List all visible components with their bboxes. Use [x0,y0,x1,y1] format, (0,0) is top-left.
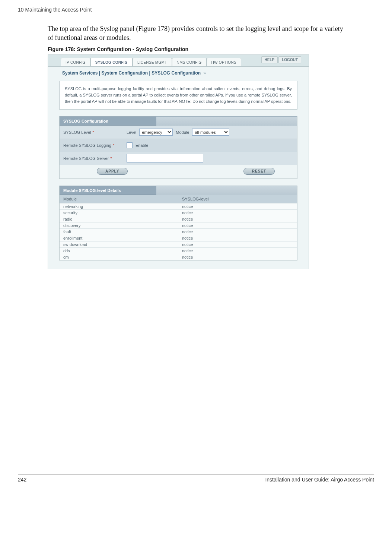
required-asterisk-icon: * [113,143,114,148]
tab-bar: IP CONFIG SYSLOG CONFIG LICENSE MGMT NMS… [48,55,309,67]
table-row: security notice [60,209,297,216]
select-level[interactable]: emergency [139,129,173,136]
td-level: notice [178,222,297,228]
td-level: notice [178,210,297,216]
td-module: security [60,210,178,216]
label-enable: Enable [136,143,148,148]
label-remote-server: Remote SYSLOG Server [63,156,109,161]
page-header: 10 Maintaining the Access Point [18,7,374,15]
module-table-title: Module SYSLOG-level Details [60,186,156,195]
input-remote-server[interactable] [127,154,203,162]
row-remote-logging: Remote SYSLOG Logging* Enable [60,139,297,152]
th-level: SYSLOG-level [178,195,297,203]
td-level: notice [178,203,297,209]
table-row: networking notice [60,203,297,209]
footer-title: Installation and User Guide: Airgo Acces… [265,477,374,483]
select-module[interactable]: all-modules [192,129,229,136]
td-level: notice [178,248,297,254]
apply-button[interactable]: APPLY [97,168,128,175]
td-level: notice [178,229,297,235]
label-syslog-level: SYSLOG Level [63,130,91,135]
breadcrumb-text: System Services | System Configuration |… [62,70,201,76]
tab-license-mgmt[interactable]: LICENSE MGMT [133,58,172,66]
page-footer: 242 Installation and User Guide: Airgo A… [18,474,374,483]
table-row: discovery notice [60,222,297,228]
logout-button[interactable]: LOGOUT [278,56,301,63]
syslog-config-title: SYSLOG Configuration [60,117,156,126]
required-asterisk-icon: * [110,156,112,161]
tab-hw-options[interactable]: HW OPTIONS [207,58,241,66]
info-box: SYSLOG is a multi-purpose logging facili… [59,81,297,110]
tab-nms-config[interactable]: NMS CONFIG [172,58,207,66]
tab-ip-config[interactable]: IP CONFIG [61,58,90,66]
breadcrumb: System Services | System Configuration |… [48,67,309,81]
table-row: enrollment notice [60,235,297,241]
table-row: sw-download notice [60,241,297,247]
td-module: networking [60,203,178,209]
td-level: notice [178,254,297,260]
row-remote-server: Remote SYSLOG Server* [60,152,297,165]
page-number: 242 [18,477,26,483]
table-row: dds notice [60,247,297,254]
checkbox-enable[interactable] [127,142,133,148]
th-module: Module [60,195,178,203]
label-level: Level [127,130,136,135]
label-remote-logging: Remote SYSLOG Logging [63,143,111,148]
td-module: enrollment [60,235,178,241]
figure-caption: Figure 178: System Configuration - Syslo… [48,46,374,52]
td-module: cm [60,254,178,260]
body-paragraph: The top area of the Syslog panel (Figure… [48,24,344,42]
td-module: dds [60,248,178,254]
required-asterisk-icon: * [93,130,94,135]
table-row: cm notice [60,254,297,260]
reset-button[interactable]: RESET [243,168,275,175]
row-syslog-level: SYSLOG Level* Level emergency Module all… [60,126,297,139]
td-level: notice [178,216,297,222]
help-button[interactable]: HELP [261,56,278,63]
td-module: radio [60,216,178,222]
td-module: fault [60,229,178,235]
tab-syslog-config[interactable]: SYSLOG CONFIG [90,58,133,66]
td-module: sw-download [60,241,178,247]
table-row: radio notice [60,216,297,222]
table-row: fault notice [60,228,297,235]
syslog-config-panel: SYSLOG Configuration SYSLOG Level* Level… [59,116,297,179]
td-level: notice [178,235,297,241]
breadcrumb-arrow-icon: » [203,70,206,76]
module-level-table: Module SYSLOG-level Details Module SYSLO… [59,186,297,260]
label-module: Module [176,130,189,135]
td-level: notice [178,241,297,247]
button-row: APPLY RESET [60,165,297,179]
td-module: discovery [60,222,178,228]
screenshot-frame: IP CONFIG SYSLOG CONFIG LICENSE MGMT NMS… [48,54,309,269]
